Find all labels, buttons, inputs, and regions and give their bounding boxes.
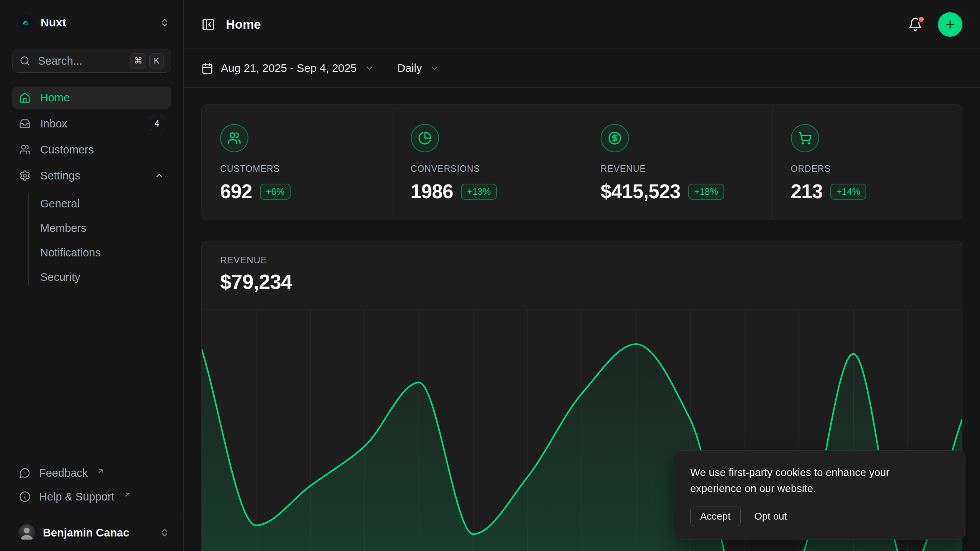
stat-revenue[interactable]: REVENUE $415,523 +18%	[582, 105, 772, 220]
notification-dot	[918, 16, 925, 23]
sidebar-item-notifications[interactable]: Notifications	[12, 240, 171, 265]
inbox-icon	[19, 118, 31, 129]
stats-card-row: CUSTOMERS 692 +6% CONVERSIONS 1986 +13%	[201, 104, 962, 220]
user-menu[interactable]: Benjamin Canac	[0, 515, 183, 551]
sidebar-item-label: Feedback	[39, 467, 88, 479]
home-icon	[19, 92, 31, 103]
sidebar-item-customers[interactable]: Customers	[12, 139, 171, 161]
cookie-message: We use first-party cookies to enhance yo…	[690, 465, 928, 497]
accept-button[interactable]: Accept	[690, 507, 741, 526]
stat-customers[interactable]: CUSTOMERS 692 +6%	[202, 105, 392, 220]
search-icon	[20, 55, 30, 66]
stat-value: $415,523	[601, 180, 681, 203]
cookie-actions: Accept Opt out	[690, 507, 949, 526]
external-link-icon	[97, 467, 105, 475]
sidebar-nav: Home Inbox 4 Customers Settings Ge	[12, 86, 171, 289]
inbox-count-badge: 4	[150, 116, 164, 131]
search-kbd: ⌘ K	[130, 53, 164, 68]
shopping-cart-icon	[791, 124, 819, 152]
revenue-value: $79,234	[220, 270, 944, 293]
info-circle-icon	[19, 491, 31, 502]
chevron-down-icon	[364, 63, 374, 73]
sidebar: Nuxt Search... ⌘ K Home Inbox 4	[0, 0, 184, 551]
sidebar-item-help-support[interactable]: Help & Support	[12, 486, 171, 508]
page-header: Home	[184, 0, 980, 49]
sidebar-item-label: Home	[40, 91, 70, 104]
gear-icon	[19, 170, 31, 181]
sidebar-item-inbox[interactable]: Inbox 4	[12, 112, 171, 135]
header-actions	[908, 12, 962, 37]
stat-orders[interactable]: ORDERS 213 +14%	[772, 105, 962, 220]
revenue-label: REVENUE	[220, 255, 944, 266]
nuxt-logo-icon	[18, 15, 33, 30]
calendar-icon	[201, 62, 213, 74]
workspace-name: Nuxt	[41, 16, 66, 29]
stat-delta-badge: +18%	[688, 184, 724, 200]
sidebar-item-settings[interactable]: Settings	[12, 165, 171, 187]
stat-value: 213	[791, 180, 823, 203]
stat-label: CONVERSIONS	[411, 164, 564, 174]
pie-chart-icon	[411, 124, 439, 152]
user-name: Benjamin Canac	[43, 527, 129, 539]
opt-out-button[interactable]: Opt out	[755, 510, 787, 522]
kbd-cmd: ⌘	[130, 53, 146, 68]
sidebar-item-feedback[interactable]: Feedback	[12, 462, 171, 484]
stat-value: 692	[220, 180, 252, 203]
sidebar-item-label: Settings	[40, 170, 80, 182]
sidebar-item-home[interactable]: Home	[12, 86, 171, 109]
circle-dollar-icon	[601, 124, 629, 152]
stat-label: ORDERS	[791, 164, 944, 174]
external-link-icon	[124, 491, 131, 499]
stat-delta-badge: +14%	[830, 184, 866, 200]
sidebar-item-security[interactable]: Security	[12, 265, 171, 289]
sidebar-item-members[interactable]: Members	[12, 216, 171, 240]
stat-delta-badge: +13%	[461, 184, 497, 200]
date-range-picker[interactable]: Aug 21, 2025 - Sep 4, 2025	[201, 62, 374, 75]
users-icon	[19, 144, 31, 155]
plus-icon	[944, 18, 956, 31]
cookie-banner: We use first-party cookies to enhance yo…	[674, 450, 965, 540]
sidebar-item-label: Help & Support	[39, 491, 114, 503]
stat-conversions[interactable]: CONVERSIONS 1986 +13%	[392, 105, 582, 220]
settings-children: General Members Notifications Security	[12, 191, 171, 289]
stat-delta-badge: +6%	[260, 184, 291, 200]
sidebar-spacer	[0, 289, 183, 462]
chevron-down-icon	[430, 63, 439, 73]
notifications-button[interactable]	[908, 17, 923, 32]
stat-label: REVENUE	[601, 164, 754, 174]
kbd-k: K	[149, 53, 164, 68]
filters-toolbar: Aug 21, 2025 - Sep 4, 2025 Daily	[184, 49, 980, 88]
stat-label: CUSTOMERS	[220, 164, 374, 174]
revenue-chart-header: REVENUE $79,234	[202, 241, 962, 293]
sidebar-item-general[interactable]: General	[12, 191, 171, 216]
add-button[interactable]	[938, 12, 962, 37]
chevrons-up-down-icon	[160, 528, 170, 538]
date-range-label: Aug 21, 2025 - Sep 4, 2025	[221, 62, 357, 75]
search-input[interactable]: Search... ⌘ K	[12, 49, 171, 73]
chevrons-up-down-icon	[160, 18, 170, 28]
workspace-switcher[interactable]: Nuxt	[0, 0, 183, 33]
collapse-sidebar-button[interactable]	[201, 18, 215, 31]
page-title: Home	[226, 17, 261, 32]
sidebar-item-label: Inbox	[40, 117, 67, 130]
avatar	[18, 524, 35, 541]
chevron-up-icon[interactable]	[154, 171, 164, 181]
sidebar-footer-nav: Feedback Help & Support	[12, 462, 171, 508]
users-icon	[220, 124, 248, 152]
sidebar-item-label: Customers	[40, 143, 94, 156]
stat-value: 1986	[411, 180, 453, 203]
granularity-select[interactable]: Daily	[397, 62, 439, 75]
search-placeholder: Search...	[38, 55, 122, 67]
message-circle-icon	[19, 467, 31, 479]
granularity-label: Daily	[397, 62, 422, 75]
